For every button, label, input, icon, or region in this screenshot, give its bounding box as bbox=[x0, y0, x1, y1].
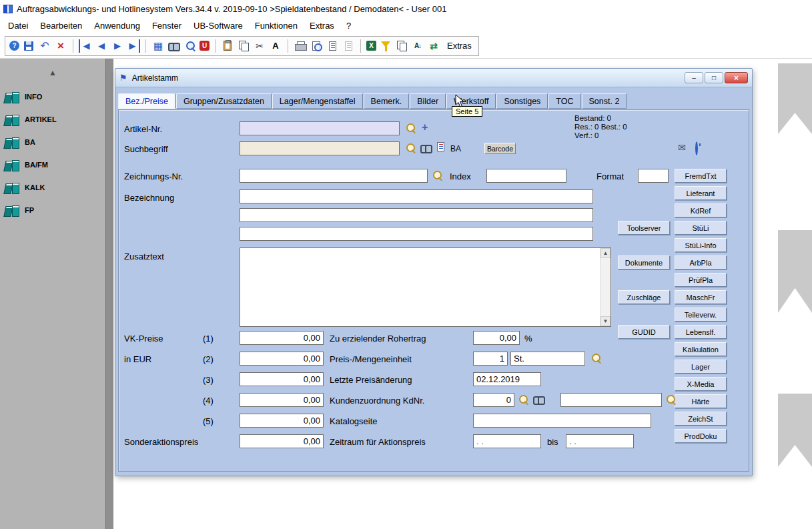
teileverw-button[interactable]: Teileverw. bbox=[675, 308, 727, 322]
kalkulation-button[interactable]: Kalkulation bbox=[675, 342, 727, 356]
haerte-button[interactable]: Härte bbox=[675, 394, 727, 408]
tab-bez-preise[interactable]: Bez./Preise bbox=[118, 93, 175, 109]
scrollbar[interactable]: ▲ ▼ bbox=[600, 248, 611, 326]
window-titlebar[interactable]: ⚑ Artikelstamm – □ × bbox=[115, 69, 752, 87]
vk-preis-1-input[interactable] bbox=[240, 331, 324, 345]
artikel-nr-input[interactable] bbox=[240, 121, 400, 135]
maschfr-button[interactable]: MaschFr bbox=[675, 290, 727, 304]
menu-anwendung[interactable]: Anwendung bbox=[88, 19, 146, 33]
katalogseite-input[interactable] bbox=[473, 414, 651, 428]
menu-help[interactable]: ? bbox=[340, 19, 357, 33]
binoculars-icon[interactable] bbox=[533, 396, 545, 403]
format-input[interactable] bbox=[638, 169, 669, 183]
lebenslf-button[interactable]: Lebenslf. bbox=[675, 325, 727, 339]
zeitraum-von-input[interactable] bbox=[473, 434, 541, 448]
paste-icon[interactable] bbox=[224, 41, 232, 51]
zoom-icon[interactable] bbox=[185, 41, 195, 51]
menu-datei[interactable]: Datei bbox=[2, 19, 34, 33]
binoculars-icon[interactable] bbox=[420, 145, 432, 151]
search-icon[interactable] bbox=[666, 394, 676, 404]
preisaenderung-input[interactable] bbox=[473, 372, 541, 386]
vk-preis-2-input[interactable] bbox=[240, 352, 324, 366]
stueli-button[interactable]: StüLi bbox=[675, 221, 727, 235]
clock-icon[interactable] bbox=[695, 141, 698, 155]
suchbegriff-input[interactable] bbox=[240, 141, 400, 155]
tab-lager-mengenstaffel[interactable]: Lager/Mengenstaffel bbox=[272, 93, 363, 109]
search-icon[interactable] bbox=[591, 353, 601, 363]
maximize-button[interactable]: □ bbox=[705, 72, 723, 83]
print-icon[interactable] bbox=[295, 41, 306, 50]
sort-icon[interactable]: A↓ bbox=[411, 39, 424, 53]
ub-software-icon[interactable]: U bbox=[199, 41, 210, 51]
undo-icon[interactable]: ↶ bbox=[38, 39, 51, 53]
zeichst-button[interactable]: ZeichSt bbox=[675, 412, 727, 426]
dokumente-button[interactable]: Dokumente bbox=[618, 255, 670, 270]
copy-page-icon[interactable] bbox=[397, 41, 407, 51]
sidebar-splitter[interactable] bbox=[105, 59, 113, 529]
sidebar-item-ba-fm[interactable]: BA/FM bbox=[0, 153, 105, 176]
einheit-input[interactable] bbox=[510, 352, 585, 366]
kdnr-input[interactable] bbox=[473, 393, 514, 407]
sidebar-item-ba[interactable]: BA bbox=[0, 131, 105, 153]
cut-icon[interactable]: ✂ bbox=[253, 39, 266, 53]
zusatztext-area[interactable]: ▲ ▼ bbox=[240, 247, 611, 327]
next-record-icon[interactable]: ▶ bbox=[111, 39, 124, 53]
proddoku-button[interactable]: ProdDoku bbox=[675, 429, 727, 443]
barcode-button[interactable]: Barcode bbox=[484, 143, 516, 154]
vk-preis-5-input[interactable] bbox=[240, 414, 324, 428]
tab-sonst-2[interactable]: Sonst. 2 bbox=[582, 93, 627, 109]
bezeichnung-input-2[interactable] bbox=[240, 208, 593, 222]
previous-record-icon[interactable]: ◀ bbox=[95, 39, 108, 53]
search-icon[interactable] bbox=[406, 143, 416, 153]
kdname-input[interactable] bbox=[560, 393, 662, 407]
table-view-icon[interactable]: ▦ bbox=[151, 39, 165, 53]
rohertrag-input[interactable] bbox=[473, 331, 520, 345]
sidebar-item-fp[interactable]: FP bbox=[0, 199, 105, 221]
tab-gruppen-zusatzdaten[interactable]: Gruppen/Zusatzdaten bbox=[176, 93, 272, 109]
search-icon[interactable] bbox=[432, 170, 442, 180]
last-record-icon[interactable]: ▶ bbox=[127, 39, 140, 53]
sidebar-collapse-arrow[interactable]: ▲ bbox=[0, 68, 105, 77]
gudid-button[interactable]: GUDID bbox=[618, 325, 670, 339]
mail-icon[interactable]: ✉ bbox=[678, 142, 686, 153]
filter-icon[interactable] bbox=[381, 41, 390, 47]
add-icon[interactable]: + bbox=[422, 123, 428, 132]
sidebar-item-info[interactable]: INFO bbox=[0, 85, 105, 108]
x-media-button[interactable]: X-Media bbox=[675, 377, 727, 391]
minimize-button[interactable]: – bbox=[685, 72, 703, 83]
lager-button[interactable]: Lager bbox=[675, 360, 727, 374]
toolbar-extras-button[interactable]: Extras bbox=[447, 41, 472, 51]
tab-bemerk[interactable]: Bemerk. bbox=[364, 93, 410, 109]
tab-sonstiges[interactable]: Sonstiges bbox=[496, 93, 548, 109]
transfer-icon[interactable]: ⇄ bbox=[427, 39, 440, 53]
delete-icon[interactable]: × bbox=[54, 39, 67, 53]
lieferant-button[interactable]: Lieferant bbox=[675, 186, 727, 200]
vk-preis-4-input[interactable] bbox=[240, 393, 324, 407]
copy-icon[interactable] bbox=[239, 41, 249, 51]
first-record-icon[interactable]: ◀ bbox=[79, 39, 92, 53]
menu-ub-software[interactable]: UB-Software bbox=[187, 19, 249, 33]
tab-toc[interactable]: TOC bbox=[548, 93, 580, 109]
fremdtxt-button[interactable]: FremdTxt bbox=[675, 169, 727, 183]
pruefpla-button[interactable]: PrüfPla bbox=[675, 273, 727, 287]
document-icon[interactable] bbox=[437, 142, 444, 151]
scroll-down-icon[interactable]: ▼ bbox=[600, 316, 611, 326]
save-icon[interactable] bbox=[24, 41, 33, 51]
zuschlaege-button[interactable]: Zuschläge bbox=[618, 290, 670, 304]
menu-fenster[interactable]: Fenster bbox=[146, 19, 187, 33]
tab-bilder[interactable]: Bilder bbox=[410, 93, 446, 109]
sidebar-item-artikel[interactable]: ARTIKEL bbox=[0, 108, 105, 131]
print-preview-icon[interactable] bbox=[312, 41, 320, 51]
scroll-up-icon[interactable]: ▲ bbox=[600, 248, 611, 258]
search-icon[interactable] bbox=[406, 123, 416, 133]
excel-icon[interactable]: X bbox=[366, 41, 376, 51]
document-icon[interactable] bbox=[329, 41, 336, 51]
bold-icon[interactable]: A bbox=[269, 39, 282, 53]
menu-funktionen[interactable]: Funktionen bbox=[249, 19, 304, 33]
bezeichnung-input-1[interactable] bbox=[240, 189, 593, 203]
sidebar-item-kalk[interactable]: KALK bbox=[0, 176, 105, 199]
close-button[interactable]: × bbox=[725, 72, 748, 83]
stueli-info-button[interactable]: StüLi-Info bbox=[675, 238, 727, 252]
toolserver-button[interactable]: Toolserver bbox=[618, 221, 670, 235]
menu-bearbeiten[interactable]: Bearbeiten bbox=[34, 19, 88, 33]
